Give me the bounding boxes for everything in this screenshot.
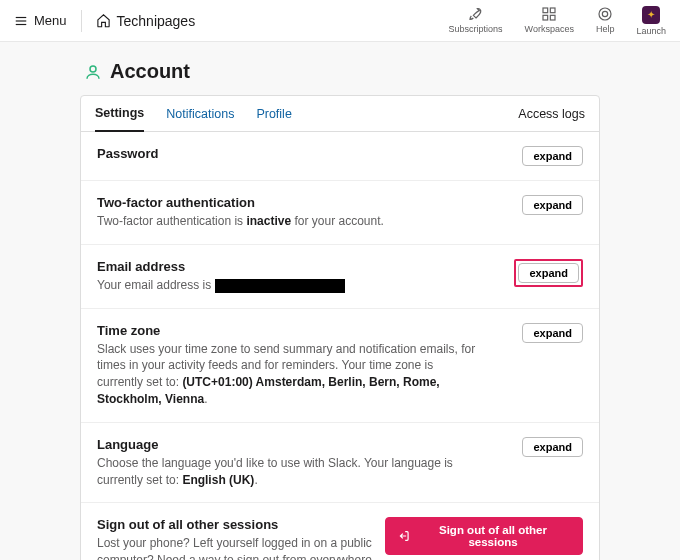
signout-all-button[interactable]: Sign out of all other sessions: [385, 517, 583, 555]
grid-icon: [541, 6, 557, 22]
timezone-title: Time zone: [97, 323, 477, 338]
section-password: Password expand: [81, 132, 599, 181]
svg-point-9: [90, 66, 96, 72]
workspaces-link[interactable]: Workspaces: [525, 6, 574, 36]
section-signout: Sign out of all other sessions Lost your…: [81, 503, 599, 560]
twofa-title: Two-factor authentication: [97, 195, 384, 210]
timezone-desc: Slack uses your time zone to send summar…: [97, 341, 477, 408]
expand-email-button[interactable]: expand: [518, 263, 579, 283]
signout-title: Sign out of all other sessions: [97, 517, 385, 532]
rocket-icon: [468, 6, 484, 22]
email-expand-highlight: expand: [514, 259, 583, 287]
divider: [81, 10, 82, 32]
menu-label: Menu: [34, 13, 67, 28]
subscriptions-link[interactable]: Subscriptions: [449, 6, 503, 36]
hamburger-icon: [14, 14, 28, 28]
launch-link[interactable]: Launch: [636, 6, 666, 36]
tab-settings[interactable]: Settings: [95, 96, 144, 132]
tabs: Settings Notifications Profile Access lo…: [81, 96, 599, 132]
home-link[interactable]: Technipages: [96, 13, 196, 29]
tab-access-logs[interactable]: Access logs: [518, 97, 585, 131]
svg-rect-4: [551, 8, 556, 13]
signout-icon: [398, 530, 410, 542]
settings-card: Settings Notifications Profile Access lo…: [80, 95, 600, 560]
section-timezone: Time zone Slack uses your time zone to s…: [81, 309, 599, 423]
svg-rect-5: [543, 15, 548, 20]
section-email: Email address Your email address is expa…: [81, 245, 599, 309]
language-desc: Choose the language you'd like to use wi…: [97, 455, 477, 489]
svg-rect-3: [543, 8, 548, 13]
svg-rect-6: [551, 15, 556, 20]
expand-password-button[interactable]: expand: [522, 146, 583, 166]
lifebuoy-icon: [597, 6, 613, 22]
tab-profile[interactable]: Profile: [256, 97, 291, 131]
email-desc: Your email address is: [97, 277, 345, 294]
svg-point-7: [599, 8, 611, 20]
top-icons: Subscriptions Workspaces Help Launch: [449, 6, 666, 36]
language-title: Language: [97, 437, 477, 452]
home-icon: [96, 13, 111, 28]
expand-timezone-button[interactable]: expand: [522, 323, 583, 343]
svg-point-8: [603, 11, 608, 16]
password-title: Password: [97, 146, 158, 161]
section-twofa: Two-factor authentication Two-factor aut…: [81, 181, 599, 245]
site-name: Technipages: [117, 13, 196, 29]
email-title: Email address: [97, 259, 345, 274]
email-redacted: [215, 279, 345, 293]
tab-notifications[interactable]: Notifications: [166, 97, 234, 131]
help-link[interactable]: Help: [596, 6, 615, 36]
topbar: Menu Technipages Subscriptions Workspace…: [0, 0, 680, 42]
twofa-desc: Two-factor authentication is inactive fo…: [97, 213, 384, 230]
page-title: Account: [80, 60, 600, 83]
person-icon: [84, 63, 102, 81]
expand-language-button[interactable]: expand: [522, 437, 583, 457]
section-language: Language Choose the language you'd like …: [81, 423, 599, 504]
expand-twofa-button[interactable]: expand: [522, 195, 583, 215]
slack-icon: [642, 6, 660, 24]
signout-desc: Lost your phone? Left yourself logged in…: [97, 535, 385, 560]
menu-button[interactable]: Menu: [14, 13, 67, 28]
